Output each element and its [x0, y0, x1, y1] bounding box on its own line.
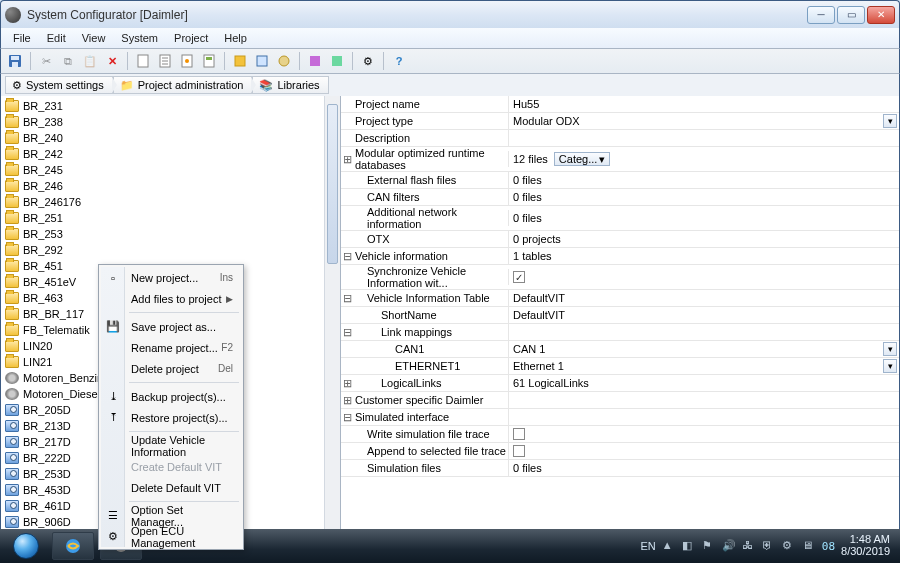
tool-b-icon[interactable] [252, 51, 272, 71]
tray-action-icon[interactable]: ⚑ [702, 539, 716, 553]
tray-gear-icon[interactable]: ⚙ [782, 539, 796, 553]
expand-icon[interactable]: ⊞ [341, 153, 353, 166]
tree-node[interactable]: BR_231 [1, 98, 340, 114]
menu-item[interactable]: Delete projectDel [101, 358, 241, 379]
prop-value[interactable] [508, 130, 899, 146]
cam-icon [5, 484, 19, 496]
settings-icon[interactable]: ⚙ [358, 51, 378, 71]
checkbox[interactable] [513, 445, 525, 457]
tree-node[interactable]: BR_245 [1, 162, 340, 178]
tray-monitor-icon[interactable]: 🖥 [802, 539, 816, 553]
tray-shield-icon[interactable]: ⛨ [762, 539, 776, 553]
doc1-icon[interactable] [133, 51, 153, 71]
collapse-icon[interactable]: ⊟ [341, 250, 353, 263]
menu-item[interactable]: ☰Option Set Manager... [101, 505, 241, 526]
prop-label: Simulated interface [353, 411, 508, 423]
tray-network-icon[interactable]: ◧ [682, 539, 696, 553]
menu-item[interactable]: ▫New project...Ins [101, 267, 241, 288]
collapse-icon[interactable]: ⊟ [341, 411, 353, 424]
prop-value[interactable] [508, 426, 899, 442]
menu-item[interactable]: ⤓Backup project(s)... [101, 386, 241, 407]
prop-value[interactable]: Modular ODX▾ [508, 113, 899, 129]
tray-sound-icon[interactable]: 🔊 [722, 539, 736, 553]
start-button[interactable] [6, 532, 46, 560]
scrollbar-thumb[interactable] [327, 104, 338, 264]
menu-system[interactable]: System [113, 30, 166, 46]
checkbox[interactable]: ✓ [513, 271, 525, 283]
prop-value[interactable]: CAN 1▾ [508, 341, 899, 357]
prop-value[interactable]: DefaultVIT [508, 307, 899, 323]
menu-item[interactable]: Rename project...F2 [101, 337, 241, 358]
prop-value[interactable]: Hu55 [508, 96, 899, 112]
save-icon[interactable] [5, 51, 25, 71]
tool-e-icon[interactable] [327, 51, 347, 71]
menu-item[interactable]: ⤒Restore project(s)... [101, 407, 241, 428]
help-icon[interactable]: ? [389, 51, 409, 71]
dropdown-icon[interactable]: ▾ [883, 342, 897, 356]
tree-node[interactable]: BR_246176 [1, 194, 340, 210]
lang-indicator[interactable]: EN [641, 540, 656, 552]
tree-node[interactable]: BR_253 [1, 226, 340, 242]
crumb-system-settings[interactable]: ⚙System settings [5, 76, 113, 94]
dropdown-icon[interactable]: ▾ [883, 114, 897, 128]
checkbox[interactable] [513, 428, 525, 440]
maximize-button[interactable]: ▭ [837, 6, 865, 24]
taskbar-clock[interactable]: 1:48 AM 8/30/2019 [841, 534, 894, 557]
doc2-icon[interactable] [155, 51, 175, 71]
doc3-icon[interactable] [177, 51, 197, 71]
prop-value[interactable]: 0 files [508, 172, 899, 188]
menu-item[interactable]: 💾Save project as... [101, 316, 241, 337]
prop-value[interactable]: 61 LogicalLinks [508, 375, 899, 391]
prop-value[interactable]: 1 tables [508, 248, 899, 264]
prop-value[interactable] [508, 324, 899, 340]
crumb-libraries[interactable]: 📚Libraries [252, 76, 328, 94]
taskbar-ie[interactable] [52, 532, 94, 560]
dropdown-icon[interactable]: ▾ [883, 359, 897, 373]
tree-node[interactable]: BR_251 [1, 210, 340, 226]
tool-d-icon[interactable] [305, 51, 325, 71]
tool-c-icon[interactable] [274, 51, 294, 71]
prop-value[interactable]: 0 files [508, 210, 899, 226]
collapse-icon[interactable]: ⊟ [341, 326, 353, 339]
menu-file[interactable]: File [5, 30, 39, 46]
expand-icon[interactable]: ⊞ [341, 377, 353, 390]
menu-item[interactable]: Update Vehicle Information [101, 435, 241, 456]
prop-label: Simulation files [353, 462, 508, 474]
prop-value[interactable] [508, 409, 899, 425]
crumb-project-admin[interactable]: 📁Project administration [113, 76, 253, 94]
tool-a-icon[interactable] [230, 51, 250, 71]
category-button[interactable]: Categ...▾ [554, 152, 611, 166]
menu-edit[interactable]: Edit [39, 30, 74, 46]
menu-item[interactable]: Delete Default VIT [101, 477, 241, 498]
prop-value[interactable]: DefaultVIT [508, 290, 899, 306]
menu-item[interactable]: Add files to project▶ [101, 288, 241, 309]
menu-project[interactable]: Project [166, 30, 216, 46]
tray-net2-icon[interactable]: 🖧 [742, 539, 756, 553]
expand-icon[interactable]: ⊞ [341, 394, 353, 407]
tree-scrollbar[interactable] [324, 96, 340, 539]
tree-node[interactable]: BR_246 [1, 178, 340, 194]
tray-flag-icon[interactable]: ▲ [662, 539, 676, 553]
paste-icon: 📋 [80, 51, 100, 71]
menu-view[interactable]: View [74, 30, 114, 46]
tree-node[interactable]: BR_292 [1, 242, 340, 258]
delete-icon[interactable]: ✕ [102, 51, 122, 71]
menu-item[interactable]: ⚙Open ECU Management [101, 526, 241, 547]
tree-node[interactable]: BR_242 [1, 146, 340, 162]
prop-value[interactable] [508, 392, 899, 408]
prop-value[interactable]: ✓ [508, 269, 899, 285]
tree-node[interactable]: BR_238 [1, 114, 340, 130]
prop-value[interactable]: 0 files [508, 189, 899, 205]
collapse-icon[interactable]: ⊟ [341, 292, 353, 305]
doc4-icon[interactable] [199, 51, 219, 71]
close-button[interactable]: ✕ [867, 6, 895, 24]
prop-value[interactable]: Ethernet 1▾ [508, 358, 899, 374]
menu-help[interactable]: Help [216, 30, 255, 46]
tree-node-label: BR_251 [23, 212, 63, 224]
tree-node[interactable]: BR_240 [1, 130, 340, 146]
prop-value[interactable]: 0 files [508, 460, 899, 476]
prop-value[interactable]: 0 projects [508, 231, 899, 247]
prop-value[interactable]: 12 filesCateg...▾ [508, 151, 899, 167]
prop-value[interactable] [508, 443, 899, 459]
minimize-button[interactable]: ─ [807, 6, 835, 24]
